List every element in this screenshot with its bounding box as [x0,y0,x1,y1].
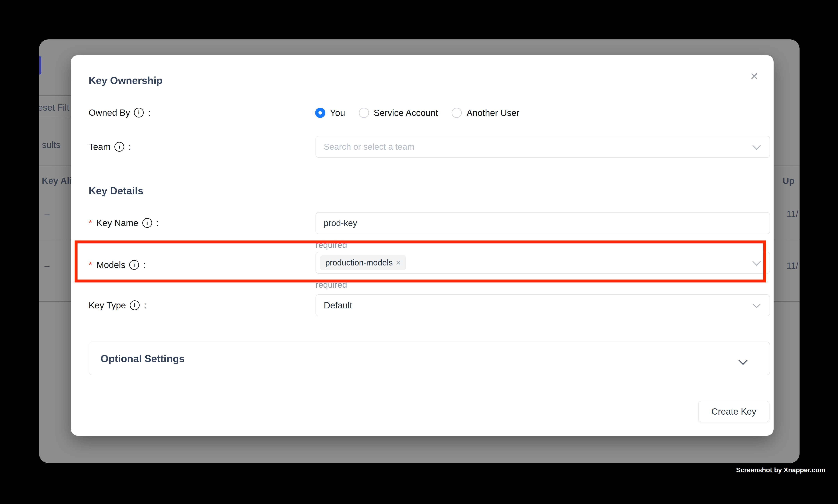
radio-you[interactable] [315,108,325,118]
team-select[interactable]: Search or select a team [316,136,770,158]
chevron-down-icon [738,356,748,365]
background-right-strip: Up 11/ 11/ [773,39,800,463]
models-select[interactable]: production-models × [316,252,770,274]
info-icon[interactable]: i [142,218,152,228]
section-title-key-ownership: Key Ownership [89,74,163,87]
radio-you-label[interactable]: You [330,108,345,118]
key-type-selected-value: Default [324,300,352,310]
owned-by-label: Owned Byi: [89,107,150,118]
key-name-input[interactable] [324,218,752,228]
info-icon[interactable]: i [130,301,140,310]
key-type-label: Key Typei: [89,300,146,311]
team-label: Teami: [89,141,131,152]
radio-service-account-label[interactable]: Service Account [374,108,438,118]
create-key-modal: ✕ Key Ownership Owned Byi: You Service A… [71,55,773,436]
selected-model-tag: production-models × [320,255,406,270]
table-cell-updated-row1: 11/ [786,209,798,219]
radio-service-account[interactable] [359,108,369,118]
table-cell-updated-row2: 11/ [786,260,798,271]
owned-by-radio-group: You Service Account Another User [315,108,533,118]
selected-model-tag-label: production-models [325,258,393,267]
info-icon[interactable]: i [129,260,139,270]
required-asterisk: * [89,217,92,228]
key-name-field-wrap [316,212,770,234]
radio-another-user[interactable] [451,108,462,118]
required-asterisk: * [89,259,92,270]
key-type-select[interactable]: Default [316,294,770,316]
table-cell-key-alias-row2: – [44,260,50,271]
table-cell-key-alias-row1: – [44,209,50,219]
section-title-key-details: Key Details [89,184,143,197]
background-left-strip: eset Filt sults Key Alia – – [39,39,71,463]
models-label: *Modelsi: [89,259,146,270]
chevron-down-icon [752,257,761,266]
radio-another-user-label[interactable]: Another User [466,108,519,118]
info-icon[interactable]: i [114,142,124,152]
key-name-label: *Key Namei: [89,217,159,228]
optional-settings-title: Optional Settings [101,352,184,365]
optional-settings-panel[interactable]: Optional Settings [89,342,770,375]
chevron-down-icon [752,142,761,150]
remove-tag-icon[interactable]: × [396,258,401,267]
chevron-down-icon [752,300,761,308]
models-validation: required [316,280,347,290]
results-count-fragment: sults [42,140,60,150]
team-select-placeholder: Search or select a team [324,142,414,152]
info-icon[interactable]: i [134,108,144,118]
column-header-key-alias: Key Alia [42,176,71,186]
close-icon[interactable]: ✕ [745,67,764,86]
watermark-text: Screenshot by Xnapper.com [736,466,825,474]
reset-filters-button-fragment[interactable]: eset Filt [39,102,69,113]
column-header-updated: Up [783,176,795,186]
key-name-validation: required [316,240,347,250]
create-key-button[interactable]: Create Key [698,401,769,422]
